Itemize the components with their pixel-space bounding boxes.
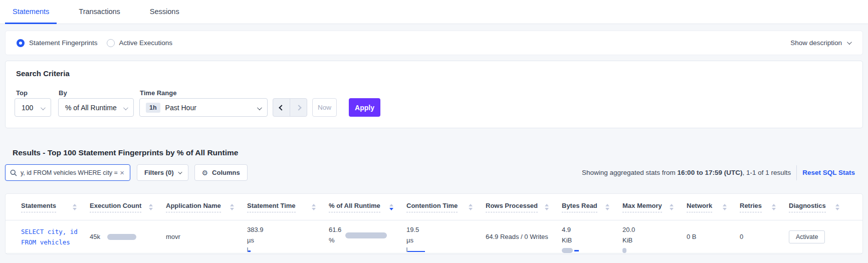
column-header-diagnostics[interactable]: Diagnostics xyxy=(789,202,826,212)
column-header-contention-time[interactable]: Contention Time xyxy=(406,202,458,212)
clear-search-icon[interactable]: × xyxy=(119,168,125,177)
aggregated-stats-text: Showing aggregated stats from 16:00 to 1… xyxy=(582,169,791,176)
tab-statements[interactable]: Statements xyxy=(13,8,49,24)
retries-value: 0 xyxy=(740,231,743,242)
radio-active-executions[interactable]: Active Executions xyxy=(107,39,173,47)
show-description-label: Show description xyxy=(790,39,842,47)
view-toggle-card: Statement Fingerprints Active Executions… xyxy=(5,31,863,55)
runtime-pct-unit: % xyxy=(329,235,341,245)
by-select[interactable]: % of All Runtime xyxy=(58,98,134,117)
column-header-execution-count[interactable]: Execution Count xyxy=(90,202,141,212)
radio-unselected-icon xyxy=(107,39,115,47)
column-header-statement-time[interactable]: Statement Time xyxy=(247,202,296,212)
radio-label: Statement Fingerprints xyxy=(29,39,98,47)
sort-control[interactable] xyxy=(312,204,316,210)
statement-time-unit: µs xyxy=(247,235,329,245)
statement-fingerprint-link[interactable]: SELECT city, idFROM vehicles xyxy=(21,226,78,247)
chevron-down-icon xyxy=(123,105,128,110)
column-header-retries[interactable]: Retries xyxy=(740,202,762,212)
execution-count-bar xyxy=(107,234,136,240)
results-toolbar: × Filters (0) ⚙ Columns Showing aggregat… xyxy=(5,164,863,181)
sort-control[interactable] xyxy=(772,204,776,210)
sort-control[interactable] xyxy=(73,204,77,210)
sort-control[interactable] xyxy=(723,204,727,210)
max-memory-value: 20.0 xyxy=(622,224,687,235)
reset-sql-stats-link[interactable]: Reset SQL Stats xyxy=(802,169,855,176)
apply-button[interactable]: Apply xyxy=(349,98,380,117)
time-range-picker[interactable]: 1h Past Hour xyxy=(139,98,268,117)
sort-control[interactable] xyxy=(605,204,609,210)
application-name-value: movr xyxy=(166,231,180,242)
chevron-down-icon xyxy=(847,40,852,45)
chevron-down-icon xyxy=(41,105,46,110)
activate-diagnostics-button[interactable]: Activate xyxy=(789,230,825,243)
radio-label: Active Executions xyxy=(119,39,173,47)
sort-control-active[interactable] xyxy=(389,204,393,210)
filters-button[interactable]: Filters (0) xyxy=(137,164,188,181)
sort-control[interactable] xyxy=(545,204,549,210)
gear-icon: ⚙ xyxy=(202,169,208,177)
bytes-read-value: 4.9 xyxy=(562,224,622,235)
results-heading: Results - Top 100 Statement Fingerprints… xyxy=(13,148,238,157)
statements-table: Statements Execution Count Application N… xyxy=(5,193,863,254)
column-header-runtime-pct[interactable]: % of All Runtime xyxy=(329,202,380,212)
filters-label: Filters (0) xyxy=(144,169,174,176)
time-range-prev-button[interactable] xyxy=(273,98,290,117)
sort-control[interactable] xyxy=(670,204,674,210)
bytes-read-unit: KiB xyxy=(562,235,622,245)
search-icon xyxy=(10,169,17,176)
sort-control[interactable] xyxy=(835,204,839,210)
column-header-rows-processed[interactable]: Rows Processed xyxy=(486,202,538,212)
tab-sessions[interactable]: Sessions xyxy=(150,8,179,24)
chevron-left-icon xyxy=(279,105,284,110)
time-range-next-button[interactable] xyxy=(290,98,307,117)
sort-control[interactable] xyxy=(230,204,234,210)
top-select[interactable]: 100 xyxy=(15,98,51,117)
runtime-pct-value: 61.6 xyxy=(329,224,341,235)
search-input[interactable] xyxy=(21,169,119,176)
time-range-label: Time Range xyxy=(140,89,176,97)
statement-time-bar xyxy=(247,247,329,252)
top-tab-bar: Statements Transactions Sessions xyxy=(0,0,868,24)
max-memory-bar xyxy=(622,248,626,253)
contention-time-unit: µs xyxy=(406,235,486,245)
table-row: SELECT city, idFROM vehicles 45k movr 38… xyxy=(6,220,862,253)
search-criteria-title: Search Criteria xyxy=(16,69,70,78)
column-header-statements[interactable]: Statements xyxy=(21,202,56,212)
columns-label: Columns xyxy=(212,169,240,176)
column-header-network[interactable]: Network xyxy=(687,202,712,212)
bytes-read-bar xyxy=(562,248,622,253)
execution-count-value: 45k xyxy=(90,231,100,242)
column-header-application-name[interactable]: Application Name xyxy=(166,202,221,212)
rows-processed-value: 64.9 Reads / 0 Writes xyxy=(486,231,548,242)
statements-page: Statements Transactions Sessions Stateme… xyxy=(0,0,868,263)
by-select-value: % of All Runtime xyxy=(65,104,117,112)
top-select-value: 100 xyxy=(22,104,33,112)
table-header-row: Statements Execution Count Application N… xyxy=(6,194,862,220)
sort-control[interactable] xyxy=(469,204,473,210)
column-header-max-memory[interactable]: Max Memory xyxy=(622,202,662,212)
max-memory-unit: KiB xyxy=(622,235,687,245)
contention-time-value: 19.5 xyxy=(406,224,486,235)
chevron-right-icon xyxy=(296,105,301,110)
stats-time-range: 16:00 to 17:59 (UTC) xyxy=(678,169,743,176)
runtime-pct-bar xyxy=(345,232,387,238)
search-criteria-card: Search Criteria Top 100 By % of All Runt… xyxy=(5,61,863,128)
statement-search-box: × xyxy=(5,164,130,181)
column-header-bytes-read[interactable]: Bytes Read xyxy=(562,202,597,212)
toolbar-right: Showing aggregated stats from 16:00 to 1… xyxy=(582,165,863,180)
sort-control[interactable] xyxy=(149,204,153,210)
time-range-value: Past Hour xyxy=(165,104,196,112)
radio-statement-fingerprints[interactable]: Statement Fingerprints xyxy=(17,39,98,47)
radio-selected-icon xyxy=(17,39,25,47)
divider xyxy=(796,165,797,180)
columns-button[interactable]: ⚙ Columns xyxy=(194,164,248,181)
statement-time-value: 383.9 xyxy=(247,224,329,235)
show-description-toggle[interactable]: Show description xyxy=(790,39,850,47)
chevron-down-icon xyxy=(178,170,182,174)
now-button[interactable]: Now xyxy=(312,98,337,117)
tab-transactions[interactable]: Transactions xyxy=(79,8,120,24)
time-range-badge: 1h xyxy=(146,103,160,113)
network-value: 0 B xyxy=(687,233,697,240)
by-label: By xyxy=(59,89,67,97)
